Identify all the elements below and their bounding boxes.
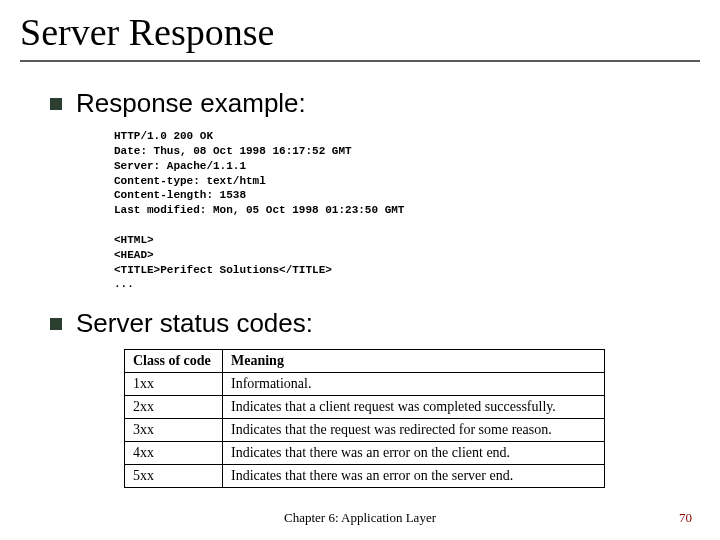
http-line: Server: Apache/1.1.1 [114,160,246,172]
cell-code: 1xx [125,373,223,396]
table-row: 3xx Indicates that the request was redir… [125,419,605,442]
table-header-row: Class of code Meaning [125,350,605,373]
cell-code: 5xx [125,465,223,488]
table-row: 1xx Informational. [125,373,605,396]
cell-code: 4xx [125,442,223,465]
table-row: 4xx Indicates that there was an error on… [125,442,605,465]
header-meaning: Meaning [223,350,605,373]
http-line: Content-length: 1538 [114,189,246,201]
http-line: Date: Thus, 08 Oct 1998 16:17:52 GMT [114,145,352,157]
cell-code: 3xx [125,419,223,442]
cell-meaning: Indicates that a client request was comp… [223,396,605,419]
page-number: 70 [679,510,692,526]
http-line: HTTP/1.0 200 OK [114,130,213,142]
header-class: Class of code [125,350,223,373]
bullet-status-codes: Server status codes: [50,308,670,339]
cell-meaning: Indicates that there was an error on the… [223,442,605,465]
square-bullet-icon [50,318,62,330]
title-wrap: Server Response [0,0,720,54]
square-bullet-icon [50,98,62,110]
slide: Server Response Response example: HTTP/1… [0,0,720,540]
footer-text: Chapter 6: Application Layer [0,510,720,526]
http-response-block: HTTP/1.0 200 OK Date: Thus, 08 Oct 1998 … [114,129,670,292]
http-line: <HTML> [114,234,154,246]
cell-meaning: Informational. [223,373,605,396]
http-line: Last modified: Mon, 05 Oct 1998 01:23:50… [114,204,404,216]
page-title: Server Response [20,10,700,54]
cell-meaning: Indicates that there was an error on the… [223,465,605,488]
bullet-label: Server status codes: [76,308,313,339]
cell-code: 2xx [125,396,223,419]
table-row: 5xx Indicates that there was an error on… [125,465,605,488]
http-line: ... [114,278,134,290]
http-line: Content-type: text/html [114,175,266,187]
http-line: <HEAD> [114,249,154,261]
table-row: 2xx Indicates that a client request was … [125,396,605,419]
status-table-wrap: Class of code Meaning 1xx Informational.… [124,349,670,488]
slide-body: Response example: HTTP/1.0 200 OK Date: … [0,62,720,488]
cell-meaning: Indicates that the request was redirecte… [223,419,605,442]
status-codes-table: Class of code Meaning 1xx Informational.… [124,349,605,488]
bullet-label: Response example: [76,88,306,119]
bullet-response-example: Response example: [50,88,670,119]
http-line: <TITLE>Perifect Solutions</TITLE> [114,264,332,276]
